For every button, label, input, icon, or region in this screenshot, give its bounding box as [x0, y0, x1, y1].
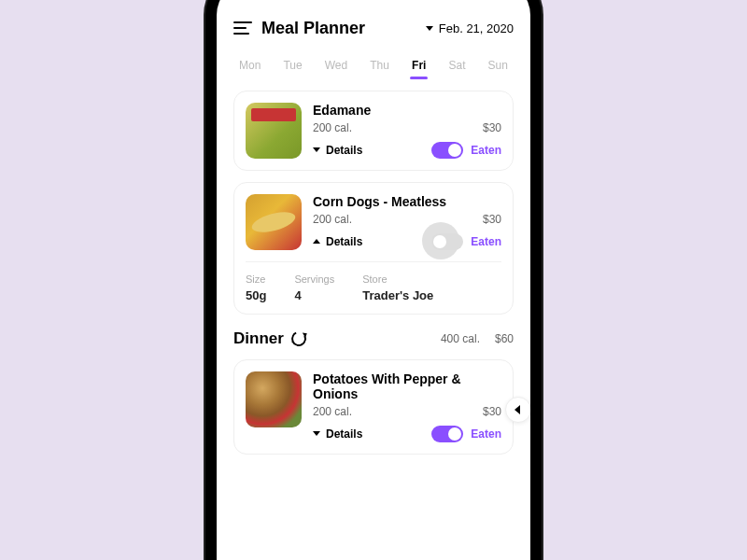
caret-down-icon: [426, 26, 433, 31]
details-label: Details: [326, 235, 362, 248]
page-title: Meal Planner: [261, 19, 365, 38]
meal-card: Corn Dogs - Meatless 200 cal. $30 Detail…: [233, 182, 514, 315]
side-collapse-button[interactable]: [505, 397, 530, 423]
weekday-tabs: Mon Tue Wed Thu Fri Sat Sun: [233, 55, 514, 76]
meal-thumbnail: [246, 103, 302, 159]
caret-down-icon: [313, 147, 320, 152]
details-label: Details: [326, 144, 362, 157]
eaten-label: Eaten: [471, 235, 501, 248]
tab-tue[interactable]: Tue: [281, 55, 303, 76]
meal-price: $30: [483, 121, 501, 134]
servings-label: Servings: [294, 273, 334, 285]
meal-card: Edamane 200 cal. $30 Details: [233, 91, 514, 171]
meal-thumbnail: [246, 194, 302, 250]
caret-up-icon: [313, 239, 320, 244]
details-toggle[interactable]: Details: [313, 427, 362, 441]
meal-thumbnail: [246, 371, 302, 427]
meal-card: Potatoes With Pepper & Onions 200 cal. $…: [233, 359, 514, 455]
meal-details-panel: Size 50g Servings 4 Store Trader's Joe: [246, 261, 501, 302]
meal-name: Potatoes With Pepper & Onions: [313, 371, 501, 401]
tab-mon[interactable]: Mon: [237, 55, 262, 76]
section-calories: 400 cal.: [441, 332, 480, 345]
app-header: Meal Planner Feb. 21, 2020: [233, 19, 514, 38]
eaten-label: Eaten: [471, 144, 501, 157]
size-value: 50g: [246, 288, 266, 302]
eaten-label: Eaten: [471, 427, 501, 441]
date-picker[interactable]: Feb. 21, 2020: [426, 21, 514, 35]
app-screen: Meal Planner Feb. 21, 2020 Mon Tue Wed T…: [217, 0, 530, 560]
meal-price: $30: [483, 405, 501, 418]
chevron-left-icon: [514, 405, 520, 414]
servings-value: 4: [294, 288, 334, 302]
meal-price: $30: [483, 213, 501, 226]
tab-thu[interactable]: Thu: [368, 55, 391, 76]
tab-wed[interactable]: Wed: [323, 55, 349, 76]
eaten-toggle[interactable]: [431, 233, 463, 250]
store-label: Store: [362, 273, 433, 285]
meal-calories: 200 cal.: [313, 405, 352, 418]
eaten-toggle[interactable]: [431, 142, 463, 159]
size-label: Size: [246, 273, 266, 285]
current-date: Feb. 21, 2020: [439, 21, 514, 35]
eaten-toggle[interactable]: [431, 426, 463, 442]
section-price: $60: [495, 332, 514, 345]
store-value: Trader's Joe: [362, 288, 433, 302]
meal-calories: 200 cal.: [313, 213, 352, 226]
details-toggle[interactable]: Details: [313, 144, 362, 157]
meal-name: Corn Dogs - Meatless: [313, 194, 501, 209]
details-toggle[interactable]: Details: [313, 235, 362, 248]
refresh-icon[interactable]: [289, 329, 309, 348]
meal-name: Edamane: [313, 103, 501, 118]
phone-frame: Meal Planner Feb. 21, 2020 Mon Tue Wed T…: [205, 0, 542, 560]
tab-fri[interactable]: Fri: [410, 55, 428, 76]
section-title: Dinner: [233, 329, 284, 348]
menu-icon[interactable]: [233, 21, 252, 35]
dinner-section-header: Dinner 400 cal. $60: [233, 329, 514, 348]
details-label: Details: [326, 427, 362, 441]
tab-sun[interactable]: Sun: [486, 55, 510, 76]
tab-sat[interactable]: Sat: [446, 55, 467, 76]
caret-down-icon: [313, 431, 320, 436]
meal-calories: 200 cal.: [313, 121, 352, 134]
